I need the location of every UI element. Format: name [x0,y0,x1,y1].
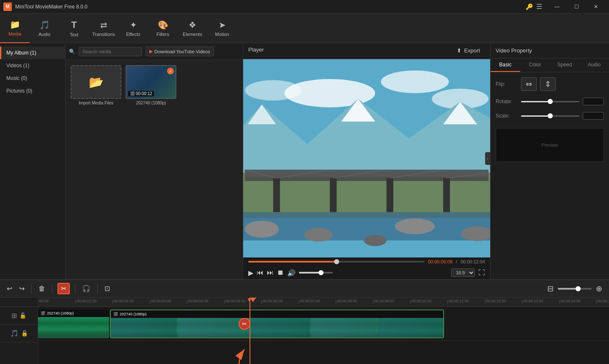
stop-button[interactable]: ⏹ [277,269,284,276]
window-controls: — ☐ ✕ [547,0,606,14]
zoom-thumb [576,286,581,291]
toolbar-item-text[interactable]: T Text [59,14,89,43]
rotate-property: Rotate: 0° [496,98,604,105]
audio-icon: 🎵 [39,20,50,30]
flip-vertical-button[interactable]: ⇕ [540,77,556,91]
player-progress-bar[interactable]: 00:00:06:08 / 00:00:12:04 [243,257,490,266]
toolbar-item-filters[interactable]: 🎨 Filters [148,14,178,43]
sidebar-item-videos[interactable]: Videos (1) [0,59,65,72]
zoom-out-button[interactable]: ⊟ [546,282,555,295]
preview-placeholder: Preview [541,142,558,148]
chevron-right-icon: › [487,156,488,161]
ruler-mark-10: 00:00:10:00 [410,298,432,304]
mute-button[interactable]: 🔊 [287,269,296,277]
toolbar-separator-3 [75,284,75,294]
aspect-ratio-select[interactable]: 16:9 9:16 1:1 4:3 [451,268,475,277]
ruler-mark-15: 00:00:15:00 [596,298,609,304]
preview-area: Preview [496,128,604,162]
play-button[interactable]: ▶ [248,269,253,277]
timeline-track-headers: ⊞ 🔓 🎵 🔓 [0,298,38,364]
toolbar-item-effects[interactable]: ✦ Effects [118,14,148,43]
clip-icon: 🎬 [41,311,45,315]
clip-a-label: 202740 (1080p) [47,311,74,315]
toolbar-item-media[interactable]: 📁 Media [0,14,30,43]
media-clip-item[interactable]: 🎬 00:00:12 ✓ 202740 (1080p) [126,65,176,274]
right-panel: Video Property Basic Color Speed Audio F… [491,43,609,279]
tab-speed[interactable]: Speed [550,58,579,72]
player-header: Player ⬆ Export [243,43,490,59]
timeline-content: ⊞ 🔓 🎵 🔓 00:00 00:00:01:00 [0,298,609,364]
scale-slider[interactable] [521,115,579,117]
prev-frame-button[interactable]: ⏮ [257,269,263,276]
sidebar-item-myalbum[interactable]: My Album (1) [0,47,65,59]
lock-audio-track-button[interactable]: 🔓 [21,330,28,337]
clip-b-header: 🎬 202740 (1080p) [111,310,443,318]
fullscreen-button[interactable]: ⛶ [478,269,485,276]
video-progress-track[interactable] [248,261,425,263]
toolbar-item-motion[interactable]: ➤ Motion [207,14,237,43]
audio-track-row [38,341,609,364]
video-clip-a[interactable]: 🎬 202740 (1080p) [38,309,109,338]
toolbar-label-media: Media [8,31,21,36]
svg-rect-14 [387,178,393,212]
scale-controls: 100% [521,112,604,120]
tab-audio[interactable]: Audio [579,58,609,72]
next-frame-button[interactable]: ⏭ [267,269,274,276]
svg-point-26 [364,235,387,246]
tab-basic[interactable]: Basic [491,58,520,72]
delete-button[interactable]: 🗑 [37,283,47,294]
export-icon: ⬆ [457,47,461,54]
video-content [243,59,490,257]
text-icon: T [71,19,77,30]
sidebar-item-pictures[interactable]: Pictures (0) [0,85,65,97]
ruler-mark-7: 00:00:07:00 [299,298,320,304]
minimize-button[interactable]: — [547,0,567,14]
video-clip-b[interactable]: 🎬 202740 (1080p) [110,309,444,338]
clip-a-header: 🎬 202740 (1080p) [38,309,109,317]
maximize-button[interactable]: ☐ [567,0,586,14]
video-track-header: ⊞ 🔓 [0,307,38,325]
toolbar-label-effects: Effects [126,32,140,37]
undo-button[interactable]: ↩ [5,283,14,294]
toolbar-item-elements[interactable]: ❖ Elements [178,14,207,43]
add-video-track-button[interactable]: ⊞ [11,312,17,320]
redo-button[interactable]: ↪ [17,283,26,294]
scale-value[interactable]: 100% [583,112,604,120]
export-button[interactable]: ⬆ Export [452,46,485,55]
toolbar-item-audio[interactable]: 🎵 Audio [30,14,59,43]
tab-color[interactable]: Color [520,58,550,72]
scale-thumb [548,113,553,118]
close-button[interactable]: ✕ [586,0,606,14]
panel-toggle[interactable]: › [485,152,490,165]
player-video[interactable]: › [243,59,490,257]
svg-point-22 [245,221,279,238]
zoom-in-button[interactable]: ⊕ [594,282,604,295]
cut-button[interactable]: ✂ [58,283,70,294]
search-icon: 🔍 [69,49,75,55]
zoom-slider[interactable] [558,288,592,290]
rotate-value[interactable]: 0° [583,98,604,105]
toolbar-item-transitions[interactable]: ⇄ Transitions [89,14,118,43]
timeline-right[interactable]: 00:00 00:00:01:00 00:00:02:00 00:00:03:0… [38,298,609,364]
scissors-icon: ✂ [242,320,247,327]
search-input[interactable] [79,47,142,56]
import-media-item[interactable]: 📂 Import Media Files [71,65,121,274]
add-audio-track-button[interactable]: 🎵 [10,329,19,337]
ruler-mark-8: 00:00:08:00 [336,298,357,304]
sidebar-item-music[interactable]: Music (0) [0,72,65,85]
youtube-download-button[interactable]: ▶ Download YouTube Videos [145,47,214,56]
timeline-ruler: 00:00 00:00:01:00 00:00:02:00 00:00:03:0… [38,298,609,307]
audio-detach-button[interactable]: 🎧 [80,283,92,294]
toolbar-label-transitions: Transitions [92,32,115,37]
flip-horizontal-button[interactable]: ⇔ [521,77,537,91]
scale-fill [521,115,550,117]
toolbar-label-elements: Elements [183,32,202,37]
crop-button[interactable]: ⊡ [103,283,112,294]
volume-slider[interactable] [299,272,333,274]
lock-video-track-button[interactable]: 🔓 [19,312,26,319]
clip-b-label: 202740 (1080p) [120,312,147,316]
clip-b-icon: 🎬 [113,312,118,316]
rotate-slider[interactable] [521,101,579,102]
menu-icon[interactable]: ☰ [536,3,542,11]
clip-gradient [38,328,109,338]
